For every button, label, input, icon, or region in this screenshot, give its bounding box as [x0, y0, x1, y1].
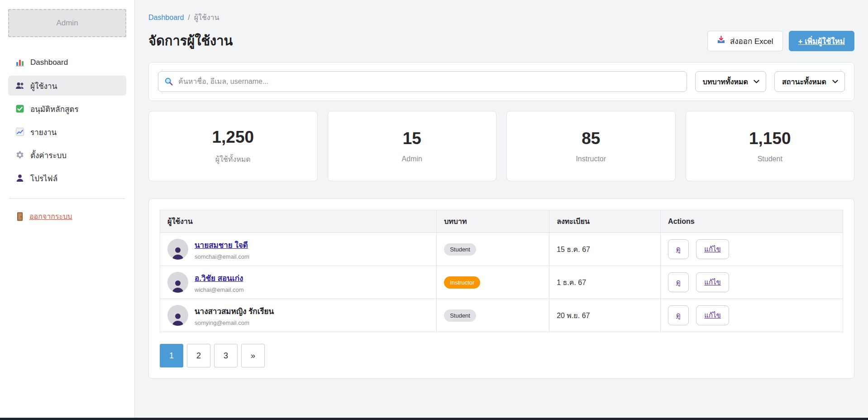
dashboard-icon [15, 58, 24, 67]
sidebar: Admin Dashboard ผู้ใช้งาน อนุมัติหลักสูต… [0, 0, 135, 418]
stat-value: 85 [582, 129, 600, 148]
sidebar-item-dashboard[interactable]: Dashboard [8, 53, 126, 72]
stat-value: 1,250 [212, 128, 254, 147]
user-email: wichai@email.com [195, 286, 244, 293]
view-button[interactable]: ดู [668, 272, 689, 292]
title-row: จัดการผู้ใช้งาน ส่งออก Excel + เพิ่มผู้ใ… [148, 30, 854, 51]
role-filter-select[interactable]: บทบาททั้งหมด [695, 71, 766, 92]
page-next-button[interactable]: » [241, 344, 265, 367]
user-name: นางสาวสมหญิง รักเรียน [195, 305, 274, 317]
breadcrumb-current: ผู้ใช้งาน [194, 12, 219, 23]
registered-date: 20 พ.ย. 67 [549, 299, 661, 332]
table-row: นางสาวสมหญิง รักเรียน somying@email.com … [160, 299, 843, 332]
users-icon [15, 81, 24, 90]
edit-button[interactable]: แก้ไข [696, 305, 729, 325]
header-registered: ลงทะเบียน [549, 210, 661, 233]
registered-date: 1 ธ.ค. 67 [549, 266, 661, 299]
sidebar-item-label: อนุมัติหลักสูตร [30, 103, 79, 115]
breadcrumb-separator: / [188, 14, 190, 22]
logo-placeholder: Admin [8, 9, 126, 37]
logo-text: Admin [56, 19, 78, 28]
sidebar-item-users[interactable]: ผู้ใช้งาน [8, 76, 126, 96]
stat-card-instructor: 85 Instructor [506, 111, 676, 181]
role-badge: Student [444, 309, 476, 322]
search-field-wrap [158, 71, 687, 92]
main-content: Dashboard / ผู้ใช้งาน จัดการผู้ใช้งาน ส่… [135, 0, 868, 418]
user-email: somchai@email.com [195, 253, 249, 260]
add-user-button[interactable]: + เพิ่มผู้ใช้ใหม่ [789, 31, 854, 51]
table-header-row: ผู้ใช้งาน บทบาท ลงทะเบียน Actions [160, 210, 843, 233]
page-button-2[interactable]: 2 [187, 344, 210, 367]
logout-link[interactable]: ออกจากระบบ [8, 211, 126, 222]
role-badge: Instructor [444, 276, 480, 289]
edit-button[interactable]: แก้ไข [696, 272, 729, 292]
sidebar-item-profile[interactable]: โปรไฟล์ [8, 168, 126, 188]
status-filter-select[interactable]: สถานะทั้งหมด [774, 71, 845, 92]
role-badge: Student [444, 243, 476, 256]
avatar [167, 272, 188, 293]
app-window: Admin Dashboard ผู้ใช้งาน อนุมัติหลักสูต… [0, 0, 868, 418]
table-row: อ.วิชัย สอนเก่ง wichai@email.com Instruc… [160, 266, 843, 299]
sidebar-item-label: ตั้งค่าระบบ [30, 149, 67, 161]
header-user: ผู้ใช้งาน [160, 210, 437, 233]
add-user-label: + เพิ่มผู้ใช้ใหม่ [798, 35, 845, 47]
header-actions: Actions [661, 210, 843, 233]
report-chart-icon [15, 127, 24, 136]
header-role: บทบาท [437, 210, 549, 233]
stat-card-total-users: 1,250 ผู้ใช้ทั้งหมด [148, 111, 318, 181]
search-icon [164, 77, 173, 88]
approve-check-icon [15, 104, 24, 113]
export-excel-label: ส่งออก Excel [730, 35, 773, 47]
filter-bar: บทบาททั้งหมด สถานะทั้งหมด [148, 62, 854, 101]
view-button[interactable]: ดู [668, 305, 689, 325]
download-tray-icon [717, 35, 725, 46]
sidebar-item-label: โปรไฟล์ [30, 172, 57, 184]
table-row: นายสมชาย ใจดี somchai@email.com Student … [160, 233, 843, 266]
sidebar-item-label: ผู้ใช้งาน [30, 80, 57, 92]
stat-value: 15 [403, 129, 421, 148]
gear-icon [15, 150, 24, 159]
page-button-1[interactable]: 1 [160, 344, 183, 367]
sidebar-item-settings[interactable]: ตั้งค่าระบบ [8, 145, 126, 165]
user-name-link[interactable]: อ.วิชัย สอนเก่ง [195, 272, 244, 284]
users-table: ผู้ใช้งาน บทบาท ลงทะเบียน Actions [160, 210, 843, 332]
chevron-down-icon [832, 77, 838, 86]
stat-value: 1,150 [749, 129, 791, 148]
sidebar-item-reports[interactable]: รายงาน [8, 122, 126, 142]
stat-label: Admin [402, 155, 422, 163]
stat-label: Student [758, 155, 782, 163]
edit-button[interactable]: แก้ไข [696, 239, 729, 259]
stat-label: ผู้ใช้ทั้งหมด [215, 154, 251, 165]
sidebar-divider [9, 198, 125, 199]
stat-cards: 1,250 ผู้ใช้ทั้งหมด 15 Admin 85 Instruct… [148, 111, 854, 181]
status-filter-value: สถานะทั้งหมด [782, 76, 826, 87]
view-button[interactable]: ดู [668, 239, 689, 259]
chevron-down-icon [754, 77, 759, 86]
stat-label: Instructor [576, 155, 606, 163]
user-name-link[interactable]: นายสมชาย ใจดี [195, 239, 249, 251]
sidebar-nav: Dashboard ผู้ใช้งาน อนุมัติหลักสูตร รายง… [8, 53, 126, 191]
user-email: somying@email.com [195, 319, 274, 326]
logout-label: ออกจากระบบ [29, 211, 72, 222]
page-title: จัดการผู้ใช้งาน [148, 30, 233, 51]
sidebar-item-label: Dashboard [30, 58, 68, 67]
profile-icon [15, 174, 24, 183]
role-filter-value: บทบาททั้งหมด [703, 76, 748, 87]
title-actions: ส่งออก Excel + เพิ่มผู้ใช้ใหม่ [707, 31, 854, 51]
breadcrumb-dashboard-link[interactable]: Dashboard [148, 14, 184, 22]
registered-date: 15 ธ.ค. 67 [549, 233, 661, 266]
breadcrumb: Dashboard / ผู้ใช้งาน [148, 12, 854, 23]
avatar [167, 239, 188, 260]
users-table-card: ผู้ใช้งาน บทบาท ลงทะเบียน Actions [148, 198, 854, 379]
pagination: 1 2 3 » [160, 344, 843, 367]
page-button-3[interactable]: 3 [214, 344, 238, 367]
sidebar-item-label: รายงาน [30, 126, 57, 138]
window-bottom-edge [0, 418, 868, 420]
logout-door-icon [15, 212, 24, 221]
stat-card-student: 1,150 Student [686, 111, 855, 181]
search-input[interactable] [158, 71, 687, 92]
avatar [167, 305, 188, 326]
export-excel-button[interactable]: ส่งออก Excel [707, 31, 783, 51]
stat-card-admin: 15 Admin [328, 111, 497, 181]
sidebar-item-course-approval[interactable]: อนุมัติหลักสูตร [8, 99, 126, 119]
